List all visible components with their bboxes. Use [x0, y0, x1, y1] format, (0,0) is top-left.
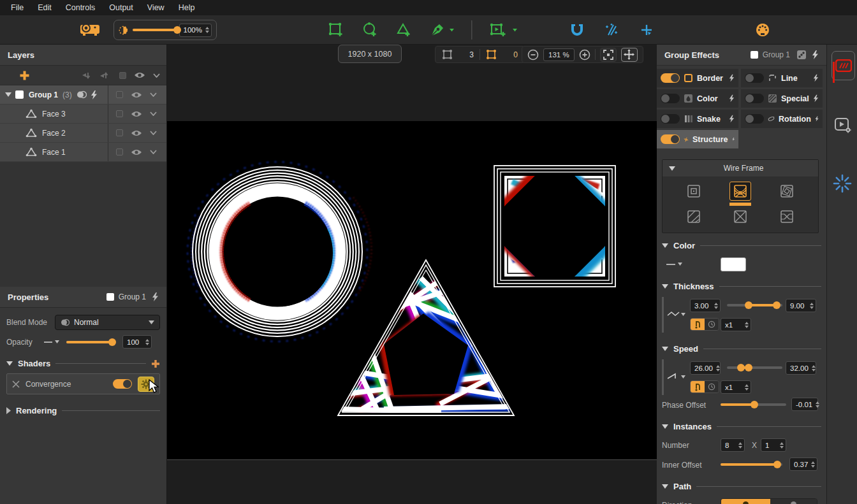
remove-shader-icon[interactable] [12, 380, 20, 388]
visibility-eye-icon[interactable] [134, 71, 145, 79]
player-settings-icon[interactable] [834, 117, 852, 134]
path-section-header[interactable]: Path [657, 482, 826, 491]
thickness-clock-button[interactable] [705, 319, 719, 330]
visibility-eye-icon[interactable] [131, 148, 142, 156]
wireframe-concentric-button[interactable] [683, 182, 705, 201]
effect-row-border[interactable]: Border [657, 69, 738, 87]
crosshair-icon[interactable] [640, 24, 653, 36]
brightness-slider[interactable] [133, 25, 175, 34]
wireframe-pinned-button[interactable] [776, 207, 798, 226]
wireframe-rotated-squares-button[interactable] [776, 182, 798, 201]
add-layer-button[interactable] [19, 70, 30, 81]
structure-toggle[interactable] [661, 134, 680, 144]
visibility-eye-icon[interactable] [131, 110, 142, 118]
lightning-icon[interactable] [729, 94, 735, 103]
add-quad-tool-icon[interactable] [328, 22, 345, 39]
sync-burst-icon[interactable] [833, 174, 852, 193]
opacity-slider[interactable] [66, 338, 116, 347]
shaders-section-header[interactable]: Shaders [0, 359, 166, 368]
menu-output[interactable]: Output [102, 1, 140, 15]
chevron-down-icon[interactable] [150, 131, 157, 135]
menu-help[interactable]: Help [172, 1, 202, 15]
magnet-icon[interactable] [570, 23, 584, 37]
zoom-value[interactable]: 131 % [543, 48, 575, 61]
projector-button[interactable] [79, 15, 101, 45]
thickness-range-slider[interactable] [727, 301, 782, 310]
speed-clock-button[interactable] [705, 381, 719, 392]
chevron-down-icon[interactable] [150, 92, 157, 97]
layer-select-checkbox[interactable] [116, 91, 123, 98]
add-circle-tool-icon[interactable] [362, 22, 379, 39]
effect-row-line[interactable]: Line [741, 69, 823, 87]
zoom-out-button[interactable] [527, 49, 539, 61]
wireframe-cross-button[interactable] [729, 207, 751, 226]
wireframe-diagonal-button[interactable] [683, 207, 705, 226]
lightning-icon[interactable] [729, 74, 735, 82]
lightning-icon[interactable] [729, 115, 735, 123]
color-swatch[interactable] [721, 257, 746, 271]
speed-range-slider[interactable] [727, 363, 782, 372]
add-shader-button[interactable] [151, 359, 160, 368]
menu-edit[interactable]: Edit [31, 1, 59, 15]
line-toggle[interactable] [745, 73, 764, 83]
chevron-down-icon[interactable] [150, 112, 157, 116]
direction-option-left[interactable] [721, 499, 770, 504]
fit-view-button[interactable] [600, 48, 617, 62]
color-section-header[interactable]: Color [657, 241, 826, 250]
menu-controls[interactable]: Controls [59, 1, 103, 15]
effect-row-rotation[interactable]: Rotation [741, 110, 823, 128]
chevron-down-icon[interactable] [153, 73, 160, 78]
layer-row-face1[interactable]: Face 1 [0, 143, 166, 162]
zoom-in-button[interactable] [579, 49, 590, 61]
shader-toggle[interactable] [113, 379, 132, 389]
thickness-manual-button[interactable] [691, 319, 705, 330]
shader-row-convergence[interactable]: Convergence [6, 373, 160, 394]
rendering-section-header[interactable]: Rendering [0, 406, 166, 415]
thickness-section-header[interactable]: Thickness [657, 282, 826, 291]
lightning-icon[interactable] [813, 94, 819, 103]
lightning-icon[interactable] [91, 90, 98, 99]
live-output-tab[interactable] [831, 51, 855, 80]
instances-number-value[interactable]: 8 [721, 438, 745, 452]
effect-row-snake[interactable]: Snake [657, 110, 738, 128]
calibration-tools-icon[interactable] [604, 22, 620, 38]
special-toggle[interactable] [745, 94, 764, 103]
direction-segmented-control[interactable] [721, 498, 817, 504]
move-layer-up-icon[interactable] [99, 71, 110, 80]
effect-row-special[interactable]: Special [741, 89, 823, 108]
speed-curve-dropdown[interactable] [667, 372, 686, 381]
layer-row-face3[interactable]: Face 3 [0, 104, 166, 124]
phase-offset-slider[interactable] [721, 400, 786, 409]
add-player-tool[interactable] [489, 22, 518, 39]
wireframe-header[interactable]: Wire Frame [663, 160, 818, 176]
brightness-value[interactable]: 100% [179, 24, 212, 37]
menu-view[interactable]: View [140, 1, 172, 15]
visibility-eye-icon[interactable] [131, 129, 142, 137]
speed-max-value[interactable]: 32.00 [786, 361, 816, 375]
speed-multiplier[interactable]: x1 [721, 380, 751, 394]
wireframe-hammock-button[interactable] [729, 182, 751, 201]
thickness-curve-dropdown[interactable] [667, 310, 686, 319]
layer-select-checkbox[interactable] [116, 110, 123, 117]
speed-manual-button[interactable] [691, 381, 705, 392]
lightning-icon[interactable] [812, 50, 819, 59]
pen-tool[interactable] [429, 22, 455, 38]
color-mode-dropdown[interactable] [666, 261, 684, 268]
snake-toggle[interactable] [661, 114, 680, 124]
move-layer-down-icon[interactable] [81, 71, 92, 80]
add-triangle-tool-icon[interactable] [395, 22, 413, 39]
layer-select-checkbox[interactable] [116, 129, 123, 136]
lightning-icon[interactable] [815, 115, 819, 123]
thickness-max-value[interactable]: 9.00 [786, 299, 816, 312]
curve-type-dropdown[interactable] [43, 339, 60, 345]
midi-button[interactable] [755, 15, 770, 45]
expand-chevron-icon[interactable] [5, 92, 11, 97]
color-toggle[interactable] [661, 94, 680, 103]
speed-section-header[interactable]: Speed [657, 344, 826, 354]
thickness-min-value[interactable]: 3.00 [690, 299, 721, 312]
solo-checkbox[interactable] [119, 72, 126, 79]
instances-number2-value[interactable]: 1 [761, 438, 786, 452]
border-toggle[interactable] [661, 73, 680, 83]
inner-offset-slider[interactable] [721, 460, 782, 469]
rotation-toggle[interactable] [745, 114, 764, 124]
